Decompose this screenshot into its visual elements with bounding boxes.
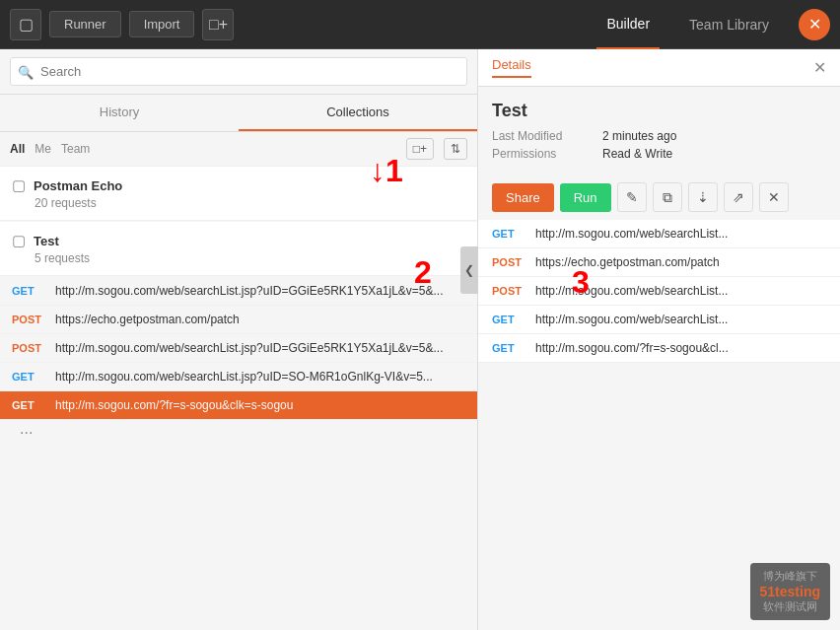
filter-row: All Me Team □+ ⇅ [0,132,477,167]
import-button[interactable]: Import [129,11,195,37]
watermark: 博为峰旗下 51testing 软件测试网 [750,563,830,620]
runner-button[interactable]: Runner [49,11,121,37]
search-icon: 🔍 [18,64,34,79]
right-request-row-1[interactable]: POST https://echo.getpostman.com/patch [478,248,840,277]
right-url-0: http://m.sogou.com/web/searchList... [535,227,826,241]
url-text-1: https://echo.getpostman.com/patch [55,313,465,326]
details-meta: Last Modified 2 minutes ago Permissions … [478,129,840,175]
tab-collections[interactable]: Collections [239,95,477,131]
request-row-1[interactable]: POST https://echo.getpostman.com/patch [0,306,477,334]
method-label-4: GET [12,399,47,411]
watermark-line2: 51testing [760,584,820,599]
collection-sub-postman-echo: 20 requests [35,196,465,210]
method-label-0: GET [12,285,47,297]
right-request-row-0[interactable]: GET http://m.sogou.com/web/searchList... [478,220,840,248]
method-label-3: GET [12,371,47,383]
collection-title: Test [478,87,840,129]
tabs-row: History Collections [0,95,477,132]
top-bar-left: ▢ Runner Import □+ [10,9,596,40]
collection-test: ▢ Test 5 requests [0,222,477,276]
close-details-btn[interactable]: ✕ [813,58,826,77]
collection-header: ▢ Postman Echo [12,176,465,194]
close-icon-btn[interactable]: ✕ [759,182,789,212]
new-collection-btn[interactable]: □+ [406,138,434,160]
share2-icon-btn[interactable]: ⇗ [724,182,753,212]
details-header: Details ✕ [478,49,840,87]
right-method-0: GET [492,228,527,240]
edit-icon-btn[interactable]: ✎ [617,182,647,212]
collection-sub-test: 5 requests [35,251,465,265]
search-input[interactable] [10,57,467,86]
watermark-line3: 软件测试网 [760,599,820,614]
request-row-4[interactable]: GET http://m.sogou.com/?fr=s-sogou&clk=s… [0,391,477,420]
right-url-1: https://echo.getpostman.com/patch [535,255,826,269]
sidebar-collapse-btn[interactable]: ❮ [460,246,478,294]
filter-all[interactable]: All [10,142,25,156]
tab-builder[interactable]: Builder [596,0,660,49]
collection-test-header: ▢ Test [12,232,465,249]
url-text-2: http://m.sogou.com/web/searchList.jsp?uI… [55,341,465,355]
folder-icon-test: ▢ [12,232,26,249]
collections-list: ▢ Postman Echo 20 requests ▢ Test 5 requ… [0,167,477,630]
details-tab[interactable]: Details [492,57,531,78]
sort-btn[interactable]: ⇅ [444,138,467,160]
collection-postman-echo: ▢ Postman Echo 20 requests [0,167,477,221]
permissions-label: Permissions [492,147,591,161]
right-request-row-4[interactable]: GET http://m.sogou.com/?fr=s-sogou&cl... [478,334,840,363]
url-text-3: http://m.sogou.com/web/searchList.jsp?uI… [55,370,465,384]
right-request-row-3[interactable]: GET http://m.sogou.com/web/searchList... [478,306,840,334]
tab-history[interactable]: History [0,95,239,131]
run-button[interactable]: Run [560,183,611,212]
download-icon-btn[interactable]: ⇣ [688,182,718,212]
tab-team-library[interactable]: Team Library [679,0,779,49]
folder-icon: ▢ [12,176,26,194]
search-bar: 🔍 [0,49,477,95]
right-method-4: GET [492,342,527,354]
request-row-2[interactable]: POST http://m.sogou.com/web/searchList.j… [0,334,477,363]
filter-team[interactable]: Team [61,142,90,156]
meta-row-last-modified: Last Modified 2 minutes ago [492,129,826,143]
right-url-4: http://m.sogou.com/?fr=s-sogou&cl... [535,341,826,355]
request-row-0[interactable]: GET http://m.sogou.com/web/searchList.js… [0,277,477,306]
watermark-line1: 博为峰旗下 [760,569,820,584]
main-layout: 🔍 History Collections All Me Team □+ ⇅ ▢… [0,49,840,630]
request-row-3[interactable]: GET http://m.sogou.com/web/searchList.js… [0,363,477,391]
sidebar-toggle-icon[interactable]: ▢ [10,9,41,40]
method-label-2: POST [12,342,47,354]
last-modified-value: 2 minutes ago [602,129,676,143]
more-options-icon[interactable]: ··· [12,424,40,441]
user-avatar[interactable]: ✕ [799,9,830,40]
right-method-2: POST [492,285,527,297]
right-request-row-2[interactable]: POST http://m.sogou.com/web/searchList..… [478,277,840,306]
right-panel: Details ✕ Test Last Modified 2 minutes a… [478,49,840,630]
share-button[interactable]: Share [492,183,554,212]
permissions-value: Read & Write [602,147,672,161]
details-actions: Share Run ✎ ⧉ ⇣ ⇗ ✕ [478,175,840,220]
collection-name-postman-echo: Postman Echo [34,178,122,193]
url-text-0: http://m.sogou.com/web/searchList.jsp?uI… [55,284,465,298]
new-tab-icon[interactable]: □+ [202,9,234,40]
top-bar: ▢ Runner Import □+ Builder Team Library … [0,0,840,49]
right-method-3: GET [492,314,527,325]
right-url-3: http://m.sogou.com/web/searchList... [535,313,826,326]
collection-name-test: Test [34,234,59,248]
copy-icon-btn[interactable]: ⧉ [653,182,682,212]
meta-row-permissions: Permissions Read & Write [492,147,826,161]
last-modified-label: Last Modified [492,129,591,143]
right-url-2: http://m.sogou.com/web/searchList... [535,284,826,298]
method-label-1: POST [12,314,47,325]
top-bar-right: Builder Team Library ✕ [596,0,830,49]
left-panel: 🔍 History Collections All Me Team □+ ⇅ ▢… [0,49,478,630]
right-method-1: POST [492,256,527,268]
search-wrapper: 🔍 [10,57,467,86]
filter-me[interactable]: Me [35,142,51,156]
url-text-4: http://m.sogou.com/?fr=s-sogou&clk=s-sog… [55,398,465,412]
